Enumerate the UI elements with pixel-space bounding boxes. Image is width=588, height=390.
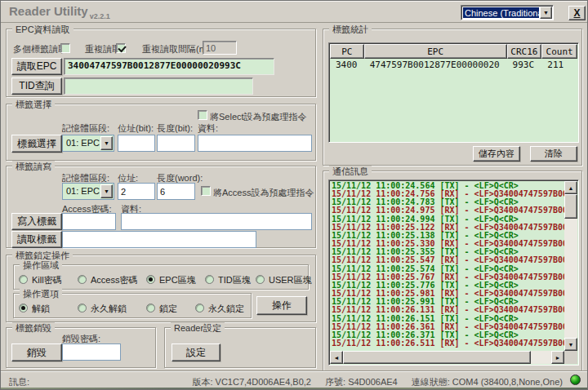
language-selected-value: Chinese (Traditional, bbox=[463, 7, 539, 18]
tid-query-button[interactable]: TID查詢 bbox=[11, 78, 62, 95]
status-serial: 序號: S4D006AE4 bbox=[325, 377, 398, 387]
radio-icon bbox=[256, 275, 265, 284]
chevron-down-icon[interactable]: ▼ bbox=[100, 136, 113, 150]
read-data-input[interactable] bbox=[62, 231, 256, 248]
column-header-count[interactable]: Count bbox=[541, 44, 577, 59]
settings-button[interactable]: 設定 bbox=[172, 343, 220, 361]
tag-select-group: 標籤選擇 將Select設為預處理指令 記憶體區段: 位址(bit): 長度(b… bbox=[6, 104, 316, 161]
comm-log-lines: 15/11/12 11:00:24.564 [TX] - <LF>Q<CR>15… bbox=[332, 182, 564, 351]
table-cell: 211 bbox=[541, 59, 577, 71]
select-memory-bank-value: 01: EPC bbox=[66, 138, 100, 148]
operate-button[interactable]: 操作 bbox=[256, 296, 307, 315]
repeat-interval-input[interactable] bbox=[203, 41, 237, 55]
access-preprocess-label: 將Access設為預處理指令 bbox=[213, 187, 314, 199]
multi-tag-checkbox[interactable] bbox=[60, 43, 70, 53]
radio-icon bbox=[78, 304, 87, 312]
radio-icon bbox=[195, 304, 204, 312]
title-bar: Reader Utilityv2.2.1 Chinese (Traditiona… bbox=[1, 1, 587, 23]
status-message-label: 訊息: bbox=[9, 376, 29, 388]
lock-area-subgroup: 操作區域 Kill密碼 Access密碼 EPC區塊 TID區塊 USER區塊 bbox=[13, 264, 309, 290]
access-preprocess-checkbox[interactable] bbox=[201, 186, 211, 196]
rw-address-input[interactable] bbox=[118, 183, 155, 200]
select-preprocess-checkbox[interactable] bbox=[198, 110, 207, 120]
language-select[interactable]: Chinese (Traditional, ▼ bbox=[461, 5, 554, 20]
radio-icon bbox=[19, 275, 28, 284]
read-tag-button[interactable]: 讀取標籤 bbox=[11, 231, 62, 248]
app-title-text: Reader Utility bbox=[9, 4, 88, 18]
read-epc-button[interactable]: 讀取EPC bbox=[11, 58, 62, 75]
lock-area-subgroup-label: 操作區域 bbox=[20, 259, 62, 272]
select-length-input[interactable] bbox=[157, 135, 195, 152]
scroll-up-icon[interactable]: ▲ bbox=[564, 181, 577, 194]
app-title: Reader Utilityv2.2.1 bbox=[9, 4, 110, 20]
tid-value-field[interactable] bbox=[64, 78, 253, 95]
select-preprocess-label: 將Select設為預處理指令 bbox=[210, 111, 307, 123]
stats-table: PC EPC CRC16 Count 34004747597B0012877E0… bbox=[328, 42, 579, 143]
vertical-scrollbar-thumb[interactable] bbox=[564, 194, 577, 219]
tag-rw-group: 標籤讀寫 記憶體區段: 位址: 長度(word): 01: EPC ▼ 將Acc… bbox=[6, 166, 316, 248]
save-content-button[interactable]: 儲存內容 bbox=[473, 146, 520, 162]
rw-length-input[interactable] bbox=[157, 183, 195, 200]
tag-select-group-label: 標籤選擇 bbox=[12, 99, 55, 111]
epc-read-group-label: EPC資料讀取 bbox=[12, 24, 74, 36]
select-data-input[interactable] bbox=[198, 135, 312, 152]
clear-button[interactable]: 清除 bbox=[530, 146, 577, 162]
select-data-label: 資料: bbox=[198, 122, 218, 135]
status-bar: 訊息: 版本: VC1C7,4D006AE4,B0,2 序號: S4D006AE… bbox=[1, 370, 587, 389]
table-cell: 4747597B0012877E00000020 bbox=[364, 59, 507, 71]
tag-select-button[interactable]: 標籤選擇 bbox=[11, 135, 62, 153]
repeat-read-checkbox[interactable] bbox=[116, 43, 126, 53]
table-cell: 3400 bbox=[330, 59, 364, 71]
chevron-down-icon[interactable]: ▼ bbox=[100, 184, 113, 198]
kill-password-input[interactable] bbox=[62, 343, 121, 361]
access-password-input[interactable] bbox=[62, 213, 116, 230]
chevron-down-icon[interactable]: ▼ bbox=[540, 7, 552, 19]
table-cell: 993C bbox=[507, 59, 542, 71]
radio-icon bbox=[19, 304, 28, 312]
tag-kill-group: 標籤銷毀 銷毀密碼: 銷毀 bbox=[6, 327, 156, 368]
status-right-text: 版本: VC1C7,4D006AE4,B0,2 序號: S4D006AE4 連線… bbox=[180, 376, 563, 388]
column-header-pc[interactable]: PC bbox=[330, 44, 364, 59]
app-version: v2.2.1 bbox=[90, 12, 110, 20]
lock-option-subgroup: 操作選項 解鎖 永久解鎖 鎖定 永久鎖定 bbox=[13, 293, 252, 318]
tag-kill-group-label: 標籤銷毀 bbox=[12, 322, 55, 335]
select-memory-bank-combo[interactable]: 01: EPC ▼ bbox=[62, 135, 114, 152]
status-version: 版本: VC1C7,4D006AE4,B0,2 bbox=[192, 377, 311, 387]
vertical-scrollbar[interactable]: ▲ ▼ bbox=[564, 181, 577, 351]
kill-button[interactable]: 銷毀 bbox=[11, 343, 62, 361]
write-data-input[interactable] bbox=[121, 213, 312, 230]
radio-icon bbox=[78, 275, 87, 284]
stats-table-header: PC EPC CRC16 Count bbox=[330, 44, 577, 59]
table-row[interactable]: 34004747597B0012877E00000020993C211 bbox=[330, 59, 577, 71]
log-line-rx: 15/11/12 11:00:26.131 [RX] - <LF>Q340047… bbox=[332, 306, 564, 314]
comm-log-group: 通信訊息 15/11/12 11:00:24.564 [TX] - <LF>Q<… bbox=[323, 171, 582, 372]
reader-settings-group-label: Reader設定 bbox=[171, 322, 225, 335]
memory-bank-label: 記憶體區段: bbox=[62, 122, 109, 135]
epc-read-group: EPC資料讀取 多個標籤讀取 重複讀取 重複讀取間隔(ms) 讀取EPC 340… bbox=[6, 29, 316, 97]
log-line-rx: 15/11/12 11:00:26.511 [RX] - <LF>Q340047… bbox=[332, 339, 564, 348]
rw-memory-bank-combo[interactable]: 01: EPC ▼ bbox=[62, 183, 114, 200]
horizontal-scrollbar[interactable]: ◄ ► bbox=[330, 351, 564, 364]
rw-memory-bank-value: 01: EPC bbox=[66, 186, 100, 196]
tag-lock-group: 標籤鎖定操作 操作區域 Kill密碼 Access密碼 EPC區塊 TID區塊 … bbox=[6, 255, 316, 322]
address-bit-label: 位址(bit): bbox=[118, 122, 154, 135]
epc-value-field[interactable]: 34004747597B0012877E00000020993C bbox=[64, 58, 274, 75]
comm-log-group-label: 通信訊息 bbox=[329, 166, 372, 178]
scroll-right-icon[interactable]: ► bbox=[551, 351, 564, 364]
stats-table-body: 34004747597B0012877E00000020993C211 bbox=[330, 59, 577, 141]
scroll-left-icon[interactable]: ◄ bbox=[330, 351, 343, 364]
reader-utility-window: Reader Utilityv2.2.1 Chinese (Traditiona… bbox=[0, 0, 588, 390]
select-address-input[interactable] bbox=[118, 135, 155, 152]
close-button[interactable]: X bbox=[568, 6, 586, 20]
column-header-epc[interactable]: EPC bbox=[364, 44, 507, 59]
horizontal-scrollbar-thumb[interactable] bbox=[343, 351, 531, 364]
scroll-down-icon[interactable]: ▼ bbox=[564, 338, 577, 351]
connection-led-icon bbox=[570, 374, 581, 385]
tag-stats-group-label: 標籤統計 bbox=[329, 24, 372, 36]
write-tag-button[interactable]: 寫入標籤 bbox=[11, 213, 62, 230]
column-header-crc16[interactable]: CRC16 bbox=[507, 44, 542, 59]
reader-settings-group: Reader設定 設定 bbox=[164, 327, 316, 368]
length-bit-label: 長度(bit): bbox=[157, 122, 193, 135]
radio-icon bbox=[146, 275, 155, 284]
comm-log-box[interactable]: 15/11/12 11:00:24.564 [TX] - <LF>Q<CR>15… bbox=[328, 179, 579, 366]
